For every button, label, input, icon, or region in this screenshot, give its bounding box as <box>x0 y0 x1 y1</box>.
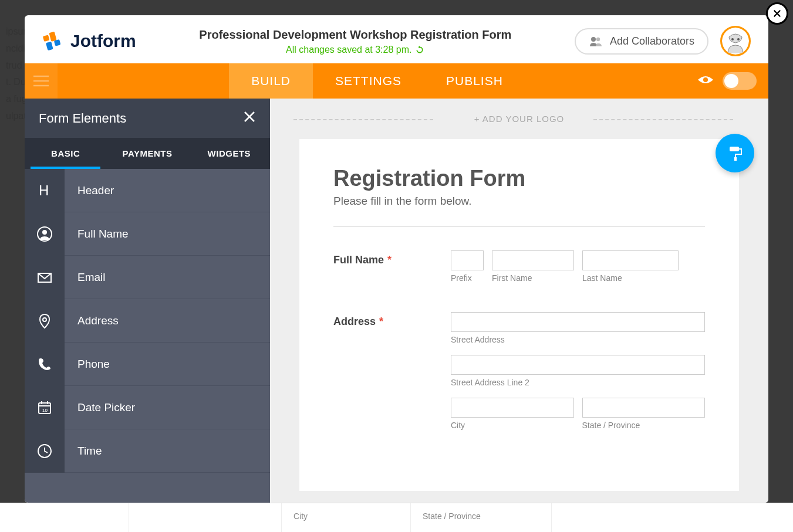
svg-rect-18 <box>730 147 739 151</box>
state-sublabel: State / Province <box>582 421 706 430</box>
background-address-row: City State / Province <box>0 503 793 532</box>
phone-icon <box>25 343 65 386</box>
app-header: Jotform Professional Development Worksho… <box>25 15 768 63</box>
svg-point-8 <box>737 38 740 40</box>
undo-icon[interactable] <box>415 45 424 55</box>
svg-rect-19 <box>734 157 737 161</box>
app-logo[interactable]: Jotform <box>42 30 136 52</box>
save-status: All changes saved at 3:28 pm. <box>286 45 424 55</box>
form-designer-button[interactable] <box>716 134 754 172</box>
tab-settings[interactable]: SETTINGS <box>313 63 424 99</box>
user-icon <box>25 212 65 256</box>
main-nav: BUILD SETTINGS PUBLISH <box>25 63 768 99</box>
sidebar-tab-basic[interactable]: BASIC <box>25 138 106 169</box>
svg-point-9 <box>703 77 708 82</box>
clock-icon <box>25 429 65 473</box>
pin-icon <box>25 299 65 343</box>
eye-icon <box>697 74 714 86</box>
element-phone[interactable]: Phone <box>25 343 270 386</box>
sidebar-header: Form Elements <box>25 99 270 138</box>
sidebar-tabs: BASIC PAYMENTS WIDGETS <box>25 138 270 169</box>
form-heading[interactable]: Registration Form <box>333 166 705 191</box>
element-header[interactable]: H Header <box>25 169 270 212</box>
street2-input[interactable] <box>451 355 705 375</box>
preview-toggle[interactable] <box>723 72 757 90</box>
header-icon: H <box>25 169 65 212</box>
lastname-sublabel: Last Name <box>582 273 679 283</box>
form-builder-modal: Jotform Professional Development Worksho… <box>25 15 768 503</box>
element-address[interactable]: Address <box>25 299 270 343</box>
add-logo-dropzone[interactable]: + ADD YOUR LOGO <box>270 99 768 139</box>
close-icon <box>243 110 256 123</box>
close-icon <box>772 8 782 19</box>
firstname-input[interactable] <box>492 250 574 270</box>
svg-text:H: H <box>39 182 49 198</box>
street1-input[interactable] <box>451 312 705 332</box>
brand-name: Jotform <box>70 31 136 51</box>
form-divider <box>333 226 705 227</box>
city-sublabel: City <box>451 421 574 430</box>
paintroller-icon <box>726 144 744 162</box>
prefix-sublabel: Prefix <box>451 273 484 283</box>
form-canvas: + ADD YOUR LOGO Registration Form Please… <box>270 99 768 503</box>
svg-point-14 <box>43 318 46 321</box>
lastname-input[interactable] <box>582 250 679 270</box>
address-label: Address* <box>333 312 451 430</box>
tab-build[interactable]: BUILD <box>229 63 313 99</box>
collaborators-icon <box>589 36 603 46</box>
city-input[interactable] <box>451 398 574 418</box>
state-input[interactable] <box>582 398 706 418</box>
element-fullname[interactable]: Full Name <box>25 212 270 256</box>
field-fullname[interactable]: Full Name* Prefix First Name <box>333 250 705 283</box>
add-collaborators-button[interactable]: Add Collaborators <box>575 28 708 55</box>
street1-sublabel: Street Address <box>451 335 705 344</box>
element-time[interactable]: Time <box>25 429 270 473</box>
nav-hamburger[interactable] <box>25 63 58 99</box>
sidebar-title: Form Elements <box>39 111 126 126</box>
preview-button[interactable] <box>697 74 714 88</box>
svg-point-4 <box>591 37 596 42</box>
form-subheading[interactable]: Please fill in the form below. <box>333 195 705 208</box>
form-title-block: Professional Development Workshop Regist… <box>148 27 563 55</box>
element-email[interactable]: Email <box>25 256 270 299</box>
form-name[interactable]: Professional Development Workshop Regist… <box>148 27 563 42</box>
sidebar-tab-widgets[interactable]: WIDGETS <box>188 138 270 169</box>
calendar-icon: 10 <box>25 386 65 429</box>
field-address[interactable]: Address* Street Address Street Address L… <box>333 312 705 430</box>
form-preview: Registration Form Please fill in the for… <box>299 139 739 491</box>
street2-sublabel: Street Address Line 2 <box>451 378 705 387</box>
svg-text:10: 10 <box>42 408 48 413</box>
element-datepicker[interactable]: 10 Date Picker <box>25 386 270 429</box>
svg-rect-2 <box>46 42 53 50</box>
firstname-sublabel: First Name <box>492 273 574 283</box>
sidebar-tab-payments[interactable]: PAYMENTS <box>106 138 188 169</box>
svg-point-5 <box>596 38 600 41</box>
svg-point-12 <box>42 230 47 235</box>
form-elements-sidebar: Form Elements BASIC PAYMENTS WIDGETS H H… <box>25 99 270 503</box>
prefix-input[interactable] <box>451 250 484 270</box>
svg-rect-1 <box>49 32 56 42</box>
menu-icon <box>33 75 49 87</box>
element-list: H Header Full Name Email Address P <box>25 169 270 503</box>
user-avatar[interactable] <box>720 26 751 56</box>
tab-publish[interactable]: PUBLISH <box>424 63 525 99</box>
jotform-logo-icon <box>42 30 65 52</box>
svg-rect-0 <box>43 35 50 42</box>
nav-tabs: BUILD SETTINGS PUBLISH <box>58 63 697 99</box>
avatar-icon <box>722 28 749 55</box>
email-icon <box>25 256 65 299</box>
sidebar-close-button[interactable] <box>243 109 256 127</box>
svg-point-7 <box>731 38 734 40</box>
modal-close-button[interactable] <box>766 2 788 25</box>
fullname-label: Full Name* <box>333 250 451 283</box>
